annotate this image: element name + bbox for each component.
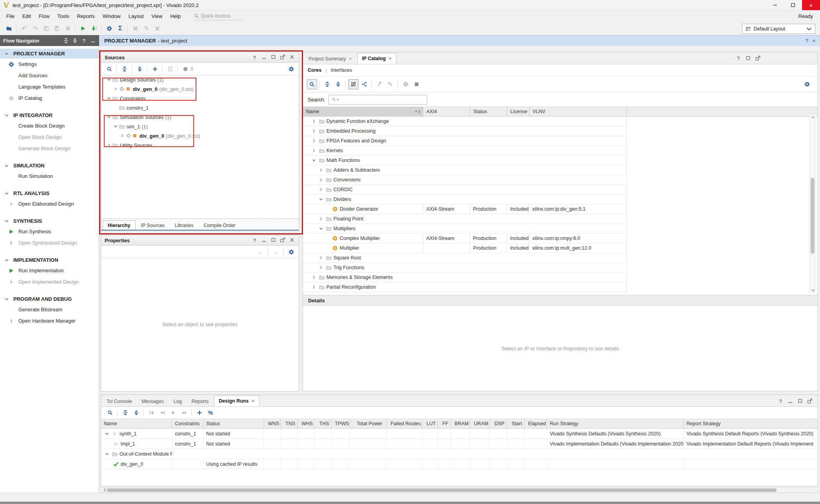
minimize-button[interactable] <box>787 398 793 405</box>
ip-catalog-row[interactable]: MultiplierProductionIncludedxilinx.com:i… <box>303 243 627 253</box>
help-button[interactable]: ? <box>735 55 742 62</box>
close-tab-icon[interactable]: × <box>389 56 392 61</box>
close-tab-icon[interactable]: × <box>349 56 352 62</box>
add-button[interactable] <box>150 64 160 74</box>
ip-catalog-row[interactable]: Square Root <box>303 253 627 263</box>
close-tab-icon[interactable]: × <box>252 398 255 404</box>
ip-catalog-row[interactable]: Math Functions <box>303 156 627 165</box>
column-header-bram[interactable]: BRAM <box>451 419 470 428</box>
expand-all-button[interactable] <box>333 79 343 89</box>
flow-section-header[interactable]: SYNTHESIS <box>0 216 99 226</box>
maximize-window-icon[interactable] <box>784 0 802 10</box>
scroll-down-icon[interactable] <box>809 287 816 293</box>
column-header-ths[interactable]: THS <box>314 419 332 428</box>
column-header-elapsed[interactable]: Elapsed <box>524 419 547 428</box>
flow-item-language-templates[interactable]: Language Templates <box>0 81 99 92</box>
maximize-button[interactable] <box>270 237 276 244</box>
flow-item-generate-bitstream[interactable]: Generate Bitstream <box>0 304 99 315</box>
expand-all-button[interactable] <box>135 64 145 74</box>
column-header-axi4[interactable]: AXI4 <box>423 107 470 116</box>
scrollbar-thumb[interactable] <box>811 178 815 254</box>
flow-item-create-block-design[interactable]: Create Block Design <box>0 120 99 131</box>
ip-catalog-row[interactable]: Kernels <box>303 146 627 156</box>
flow-item-run-simulation[interactable]: Run Simulation <box>0 170 99 182</box>
sources-tab-libraries[interactable]: Libraries <box>170 221 198 230</box>
column-header-name[interactable]: Name1 <box>303 107 423 116</box>
column-header-total-power[interactable]: Total Power <box>350 419 387 428</box>
menu-layout[interactable]: Layout <box>125 12 148 20</box>
scroll-up-icon[interactable] <box>809 115 816 120</box>
report-summary-button[interactable]: Σ <box>115 23 125 34</box>
open-project-button[interactable] <box>4 23 14 34</box>
add-repository-button[interactable] <box>359 79 369 89</box>
sources-tab-hierarchy[interactable]: Hierarchy <box>103 220 135 230</box>
maximize-button[interactable] <box>797 398 803 405</box>
menu-window[interactable]: Window <box>99 12 125 20</box>
expand-button[interactable] <box>72 37 78 44</box>
design-run-row[interactable]: div_gen_0Using cached IP results <box>101 459 818 469</box>
source-tree-item[interactable]: constrs_1 <box>101 103 299 112</box>
menu-edit[interactable]: Edit <box>18 12 35 20</box>
column-header-start[interactable]: Start <box>507 419 524 428</box>
float-button[interactable] <box>807 398 813 405</box>
ip-catalog-row[interactable]: Embedded Processing <box>303 126 627 136</box>
search-button[interactable] <box>307 79 317 89</box>
menu-file[interactable]: File <box>2 12 18 20</box>
help-button[interactable]: ? <box>251 54 258 60</box>
column-header-name[interactable]: Name <box>101 419 172 428</box>
minimize-button[interactable] <box>261 54 267 61</box>
source-tree-item[interactable]: div_gen_0(div_gen_0.xci) <box>101 84 299 94</box>
column-header-dsp[interactable]: DSP <box>490 419 507 428</box>
minimize-window-icon[interactable] <box>766 0 784 10</box>
horizontal-scrollbar[interactable] <box>101 487 818 493</box>
column-header-report-strategy[interactable]: Report Strategy <box>684 419 818 428</box>
ip-catalog-row[interactable]: Conversions <box>303 175 627 185</box>
collapse-all-button[interactable] <box>119 64 130 74</box>
flow-item-add-sources[interactable]: Add Sources <box>0 70 99 81</box>
design-run-row[interactable]: impl_1constrs_1Not startedVivado Impleme… <box>101 439 818 449</box>
settings-gear-button[interactable] <box>802 79 812 89</box>
flow-section-header[interactable]: IMPLEMENTATION <box>0 255 99 265</box>
column-header-status[interactable]: Status <box>470 107 507 116</box>
menu-tools[interactable]: Tools <box>53 12 73 20</box>
ip-catalog-row[interactable]: CORDIC <box>303 185 627 195</box>
close-button[interactable] <box>289 54 295 61</box>
flow-item-run-implementation[interactable]: Run Implementation <box>0 265 99 276</box>
subtab-cores[interactable]: Cores <box>308 67 321 73</box>
flow-item-open-hardware-manager[interactable]: Open Hardware Manager <box>0 315 99 327</box>
flow-section-header[interactable]: IP INTEGRATOR <box>0 110 99 120</box>
column-header-uram[interactable]: URAM <box>470 419 490 428</box>
run-button[interactable] <box>78 23 88 34</box>
column-header-run-strategy[interactable]: Run Strategy <box>547 419 684 428</box>
source-tree-item[interactable]: div_gen_0(div_gen_0.xci) <box>101 131 299 140</box>
tab-project-summary[interactable]: Project Summary× <box>304 54 356 64</box>
column-header-ff[interactable]: FF <box>438 419 451 428</box>
flow-item-ip-catalog[interactable]: IP Catalog <box>0 92 99 104</box>
minimize-button[interactable] <box>90 37 96 44</box>
ip-catalog-row[interactable]: Partial Reconfiguration <box>303 282 627 292</box>
percent-button[interactable]: % <box>205 408 216 418</box>
ip-catalog-row[interactable]: Divider GeneratorAXI4-StreamProductionIn… <box>303 204 627 214</box>
column-header-tns[interactable]: TNS <box>281 419 298 428</box>
flow-item-settings[interactable]: Settings <box>0 59 99 70</box>
flow-item-open-elaborated-design[interactable]: Open Elaborated Design <box>0 198 99 209</box>
collapse-all-button[interactable] <box>322 79 332 89</box>
flow-section-header[interactable]: SIMULATION <box>0 161 99 170</box>
maximize-button[interactable] <box>270 54 276 61</box>
settings-button[interactable] <box>104 23 114 34</box>
quick-access-search[interactable]: Quick Access <box>193 12 242 20</box>
flow-section-header[interactable]: PROJECT MANAGER <box>0 49 99 59</box>
tab-ip-catalog[interactable]: IP Catalog× <box>357 53 396 64</box>
sources-tab-compile-order[interactable]: Compile Order <box>199 221 240 230</box>
menu-reports[interactable]: Reports <box>73 12 99 20</box>
filter-incompatible-button[interactable] <box>348 79 358 89</box>
ip-catalog-row[interactable]: Adders & Subtracters <box>303 165 627 175</box>
vertical-scrollbar[interactable] <box>809 115 816 293</box>
column-header-status[interactable]: Status <box>203 419 264 428</box>
ip-catalog-row[interactable]: Trig Functions <box>303 263 627 273</box>
tab-reports[interactable]: Reports <box>187 396 213 406</box>
scrollbar-thumb[interactable] <box>107 488 777 492</box>
menu-flow[interactable]: Flow <box>35 12 53 20</box>
sources-tab-ip-sources[interactable]: IP Sources <box>136 221 169 230</box>
settings-gear-button[interactable] <box>286 64 296 74</box>
